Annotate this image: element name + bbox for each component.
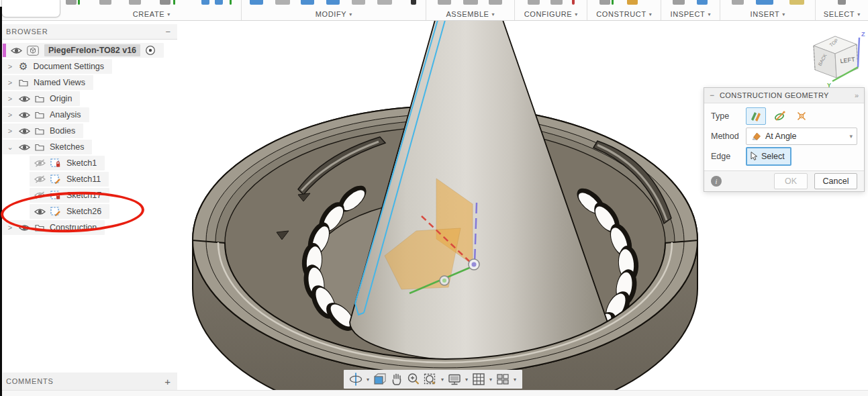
toolbar-icon-fragment[interactable] [732,0,744,5]
toolbar-icon-fragment[interactable] [463,0,478,5]
ok-button[interactable]: OK [774,173,808,189]
tree-item-label[interactable]: Bodies [50,126,75,136]
toolbar-group-label[interactable]: SELECT [824,10,855,18]
tree-row-document-settings[interactable]: > ⚙ Document Settings [3,59,112,74]
cancel-button[interactable]: Cancel [814,173,857,189]
toolbar-icon-fragment[interactable] [438,0,451,5]
toolbar-icon-fragment[interactable] [250,0,263,5]
toolbar-icon-fragment[interactable] [673,0,685,5]
tree-row-origin[interactable]: > Origin [3,91,80,106]
tree-row-sketch1[interactable]: Sketch1 [30,156,105,170]
zoom-window-icon[interactable] [423,372,438,387]
tree-row-bodies[interactable]: > Bodies [3,123,83,138]
tree-row-sketches[interactable]: ⌄ Sketches [3,140,92,154]
tree-row-analysis[interactable]: > Analysis [3,107,89,122]
tree-item-label[interactable]: Analysis [50,110,81,119]
orbit-icon[interactable] [348,372,363,387]
eye-visible-icon[interactable] [19,95,30,103]
toolbar-icon-fragment[interactable] [377,0,392,5]
activate-component-radio[interactable] [145,45,156,56]
eye-visible-icon[interactable] [34,208,46,215]
chevron-down-icon[interactable]: ▾ [465,377,468,383]
toolbar-group-inspect[interactable]: INSPECT▾ [661,0,720,20]
zoom-icon[interactable] [406,372,421,387]
pan-icon[interactable] [389,372,404,387]
chevron-down-icon[interactable]: ▾ [441,377,444,383]
toolbar-group-label[interactable]: MODIFY [316,10,346,18]
tree-row-component[interactable]: PiegeFrelon-TO82 v16 [3,43,164,58]
method-dropdown[interactable]: At Angle ▾ [746,128,857,145]
toolbar-icon-fragment[interactable] [550,0,563,5]
toolbar-icon-fragment[interactable] [99,0,111,5]
toolbar-icon-fragment[interactable] [612,0,614,5]
viewcube[interactable]: TOP BACK LEFT Z Y [804,28,868,90]
eye-visible-icon[interactable] [11,47,22,54]
toolbar-icon-fragment[interactable] [528,0,540,5]
viewports-icon[interactable] [495,372,510,387]
toolbar-icon-fragment[interactable] [697,0,708,5]
collapse-panel-icon[interactable]: − [165,27,171,37]
toolbar-icon-fragment[interactable] [599,0,610,5]
eye-visible-icon[interactable] [19,111,30,119]
viewport-3d[interactable] [0,0,868,396]
toolbar-icon-fragment[interactable] [173,0,175,5]
toolbar-icon-fragment[interactable] [66,0,77,5]
chevron-right-icon[interactable]: > [6,127,14,135]
chevron-right-icon[interactable]: > [6,79,14,87]
display-settings-icon[interactable] [447,372,462,387]
toolbar-group-label[interactable]: ASSEMBLE [446,10,489,18]
chevron-down-icon[interactable]: ▾ [367,377,369,383]
chevron-right-icon[interactable]: > [6,62,14,70]
tree-item-label[interactable]: PiegeFrelon-TO82 v16 [44,44,140,56]
tree-row-sketch26[interactable]: Sketch26 [30,204,109,219]
toolbar-icon-fragment[interactable] [215,0,223,5]
dialog-header[interactable]: − CONSTRUCTION GEOMETRY » [704,88,864,103]
eye-visible-icon[interactable] [19,128,30,135]
chevron-right-icon[interactable]: > [6,95,14,103]
chevron-down-icon[interactable]: ⌄ [6,143,14,152]
tree-row-sketch17[interactable]: Sketch17 [30,188,109,203]
type-point-button[interactable] [793,108,810,124]
toolbar-icon-fragment[interactable] [275,0,290,5]
tree-item-label[interactable]: Sketch11 [66,175,101,184]
type-plane-button[interactable] [746,107,766,125]
toolbar-group-construct[interactable]: CONSTRUCT▾ [587,0,661,20]
tree-item-label[interactable]: Sketches [50,142,84,152]
toolbar-icon-fragment[interactable] [789,0,804,5]
add-comment-icon[interactable]: + [164,376,171,387]
document-tab[interactable] [1,0,60,17]
toolbar-icon-fragment[interactable] [838,0,846,5]
chevron-right-icon[interactable]: > [6,224,14,232]
toolbar-icon-fragment[interactable] [230,0,232,5]
toolbar-icon-fragment[interactable] [756,0,773,5]
tree-item-label[interactable]: Sketch26 [66,207,101,216]
toolbar-icon-fragment[interactable] [352,0,365,5]
tree-row-named-views[interactable]: > Named Views [3,75,93,90]
toolbar-icon-fragment[interactable] [326,0,340,5]
toolbar-group-label[interactable]: INSERT [751,10,780,18]
toolbar-icon-fragment[interactable] [78,0,80,5]
toolbar-icon-fragment[interactable] [572,0,575,5]
chevron-down-icon[interactable]: ▾ [514,377,516,383]
eye-hidden-icon[interactable] [34,191,46,199]
toolbar-icon-fragment[interactable] [489,0,502,5]
type-axis-button[interactable] [771,108,789,124]
tree-item-label[interactable]: Origin [50,94,72,103]
tree-item-label[interactable]: Sketch1 [66,158,97,168]
eye-visible-icon[interactable] [19,224,30,232]
eye-hidden-icon[interactable] [34,175,46,183]
toolbar-group-label[interactable]: INSPECT [671,10,706,18]
edge-select-button[interactable]: Select [746,147,791,166]
tree-row-construction[interactable]: > Construction [3,220,105,235]
toolbar-icon-fragment[interactable] [201,0,209,5]
toolbar-icon-fragment[interactable] [129,0,141,5]
toolbar-icon-fragment[interactable] [627,0,638,5]
eye-hidden-icon[interactable] [34,159,46,167]
toolbar-group-label[interactable]: CONFIGURE [524,10,572,18]
chevron-right-icon[interactable]: > [6,111,14,119]
look-at-icon[interactable] [373,372,387,387]
expand-dialog-icon[interactable]: » [855,91,859,99]
tree-item-label[interactable]: Sketch17 [66,191,101,200]
tree-item-label[interactable]: Construction [50,223,97,232]
tree-item-label[interactable]: Document Settings [33,62,104,71]
